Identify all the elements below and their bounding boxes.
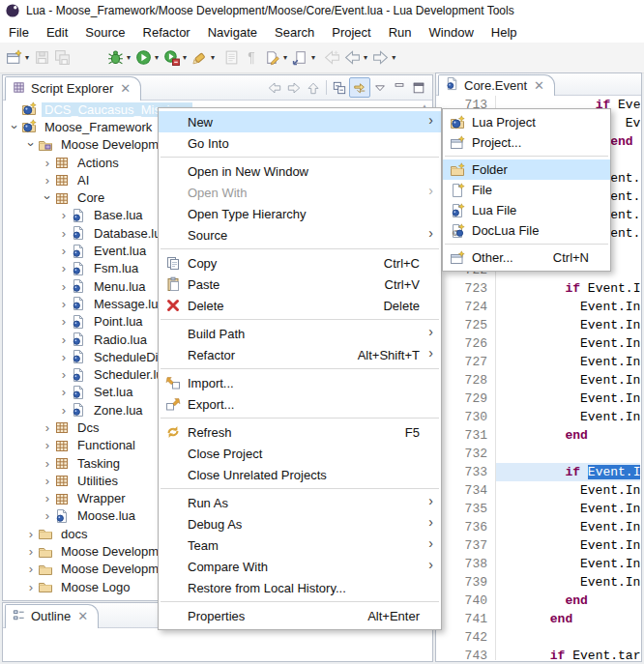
menu-search[interactable]: Search: [266, 23, 323, 42]
tab-outline[interactable]: Outline ✕: [5, 604, 99, 628]
chevron-collapsed-icon[interactable]: ›: [24, 527, 38, 541]
maximize-icon[interactable]: [409, 78, 428, 97]
menu-item-project[interactable]: Project...: [443, 132, 610, 153]
chevron-collapsed-icon[interactable]: ›: [57, 279, 71, 294]
coverage-icon[interactable]: [161, 47, 182, 68]
chevron-collapsed-icon[interactable]: ›: [24, 544, 38, 559]
code-line-737[interactable]: 737 Event.IniUnit = SCENERY:Register( Ev…: [437, 536, 640, 555]
chevron-collapsed-icon[interactable]: ›: [57, 350, 71, 364]
view-back-icon[interactable]: [265, 78, 284, 97]
menu-run[interactable]: Run: [380, 23, 421, 42]
collapse-all-icon[interactable]: [330, 78, 349, 97]
menu-item-build-path[interactable]: Build Path›: [159, 323, 441, 344]
run-icon[interactable]: [133, 47, 154, 68]
chevron-collapsed-icon[interactable]: ›: [57, 367, 71, 382]
chevron-collapsed-icon[interactable]: ›: [24, 597, 38, 599]
menu-item-team[interactable]: Team›: [159, 534, 441, 556]
code-line-729[interactable]: 729 Event.IniTypeName = Event.IniDCSUnit…: [437, 390, 640, 408]
code-line-726[interactable]: 726 Event.IniUnitName = Event.IniDCSUnit…: [437, 334, 640, 353]
chevron-collapsed-icon[interactable]: ›: [41, 173, 54, 188]
chevron-expanded-icon[interactable]: ›: [24, 138, 39, 152]
debug-dropdown-icon[interactable]: ▾: [127, 53, 131, 62]
new-wizard-dropdown-icon[interactable]: ▾: [25, 53, 29, 62]
forward-icon[interactable]: [370, 47, 391, 68]
chevron-collapsed-icon[interactable]: ›: [41, 508, 54, 523]
debug-icon[interactable]: [105, 47, 126, 68]
chevron-collapsed-icon[interactable]: ›: [41, 491, 54, 505]
chevron-collapsed-icon[interactable]: ›: [41, 156, 54, 170]
menu-refactor[interactable]: Refactor: [134, 23, 199, 42]
code-line-739[interactable]: 739 Event.IniTypeName = Event.IniDCSUnit…: [437, 573, 640, 592]
external-tools-dropdown-icon[interactable]: ▾: [211, 53, 215, 62]
code-line-742[interactable]: 742: [437, 628, 640, 647]
menu-item-debug-as[interactable]: Debug As›: [159, 513, 441, 534]
chevron-collapsed-icon[interactable]: ›: [57, 314, 71, 329]
annotation-dropdown-icon[interactable]: ▾: [311, 53, 315, 62]
close-icon[interactable]: ✕: [534, 79, 544, 92]
chevron-collapsed-icon[interactable]: ›: [57, 261, 71, 275]
chevron-collapsed-icon[interactable]: ›: [57, 385, 71, 399]
tab-core-event[interactable]: Core.Event ✕: [438, 74, 555, 96]
menu-item-lua-project[interactable]: Lua Project: [443, 112, 610, 132]
chevron-collapsed-icon[interactable]: ›: [24, 580, 38, 594]
code-line-723[interactable]: 723 if Event.IniObjectCategory == Object…: [437, 279, 640, 298]
menu-item-lua-file[interactable]: Lua File: [443, 200, 610, 220]
code-line-743[interactable]: 743 if Event.target then: [437, 647, 640, 660]
menu-item-go-into[interactable]: Go Into: [159, 132, 441, 154]
menu-item-run-as[interactable]: Run As›: [159, 492, 441, 513]
coverage-dropdown-icon[interactable]: ▾: [183, 53, 187, 62]
back-dropdown-icon[interactable]: ▾: [364, 53, 367, 62]
menu-project[interactable]: Project: [323, 23, 379, 42]
code-line-730[interactable]: 730 Event.IniDCSGroupName = Event.IniDCS…: [437, 408, 640, 426]
chevron-collapsed-icon[interactable]: ›: [57, 226, 71, 241]
chevron-collapsed-icon[interactable]: ›: [41, 420, 54, 435]
view-up-icon[interactable]: [304, 78, 323, 97]
code-line-734[interactable]: 734 Event.IniDCSUnit = Event.initiator: [437, 481, 640, 500]
chevron-collapsed-icon[interactable]: ›: [41, 438, 54, 452]
new-wizard-icon[interactable]: [4, 47, 24, 68]
menu-item-export[interactable]: Export...: [159, 393, 441, 415]
menu-navigate[interactable]: Navigate: [199, 23, 266, 42]
menu-item-source[interactable]: Source›: [159, 224, 441, 245]
code-line-740[interactable]: 740 end: [437, 592, 640, 610]
menu-item-compare-with[interactable]: Compare With›: [159, 556, 441, 577]
run-dropdown-icon[interactable]: ▾: [155, 53, 159, 62]
menu-file[interactable]: File: [0, 23, 38, 42]
chevron-collapsed-icon[interactable]: ›: [57, 297, 71, 311]
external-tools-icon[interactable]: [190, 47, 210, 68]
menu-item-paste[interactable]: PasteCtrl+V: [159, 274, 441, 295]
menu-item-import[interactable]: Import...: [159, 372, 441, 393]
menu-item-properties[interactable]: PropertiesAlt+Enter: [159, 605, 441, 626]
forward-dropdown-icon[interactable]: ▾: [392, 53, 395, 62]
code-line-733[interactable]: 733 if Event.IniObjectCategory == Object…: [437, 463, 640, 481]
close-icon[interactable]: ✕: [77, 610, 88, 622]
code-line-727[interactable]: 727 Event.IniUnit = STATIC:FindByName( E…: [437, 353, 640, 371]
menu-item-refresh[interactable]: RefreshF5: [159, 421, 441, 443]
chevron-collapsed-icon[interactable]: ›: [57, 332, 71, 347]
menu-item-folder[interactable]: Folder: [443, 159, 610, 180]
link-editor-icon[interactable]: [349, 77, 370, 98]
menu-item-open-in-new-window[interactable]: Open in New Window: [159, 160, 441, 182]
close-icon[interactable]: ✕: [120, 82, 131, 95]
menu-item-file[interactable]: File: [443, 180, 610, 200]
code-line-735[interactable]: 735 Event.IniDCSUnitName = Event.IniDCSU…: [437, 500, 640, 518]
menu-item-copy[interactable]: CopyCtrl+C: [159, 252, 441, 274]
menu-item-close-unrelated-projects[interactable]: Close Unrelated Projects: [159, 464, 441, 485]
menu-source[interactable]: Source: [76, 23, 133, 42]
menu-window[interactable]: Window: [421, 23, 483, 42]
view-forward-icon[interactable]: [284, 78, 304, 97]
code-line-736[interactable]: 736 Event.IniUnitName = Event.IniDCSUnit…: [437, 518, 640, 536]
minimize-icon[interactable]: [390, 78, 409, 97]
code-line-738[interactable]: 738 Event.IniCategory = Unit.Category.ST…: [437, 555, 640, 573]
chevron-collapsed-icon[interactable]: ›: [57, 403, 71, 418]
menu-item-restore-from-local-history[interactable]: Restore from Local History...: [159, 577, 441, 598]
menu-help[interactable]: Help: [483, 23, 526, 42]
code-line-732[interactable]: 732: [437, 445, 640, 463]
chevron-expanded-icon[interactable]: ›: [41, 191, 55, 205]
code-line-724[interactable]: 724 Event.IniDCSUnit = Event.initiator: [437, 298, 640, 316]
chevron-collapsed-icon[interactable]: ›: [24, 562, 38, 576]
code-line-725[interactable]: 725 Event.IniDCSUnitName = Event.IniDCSU…: [437, 316, 640, 334]
back-icon[interactable]: [342, 47, 363, 68]
menu-item-other[interactable]: Other...Ctrl+N: [443, 247, 610, 268]
tab-script-explorer[interactable]: Script Explorer ✕: [5, 76, 141, 101]
